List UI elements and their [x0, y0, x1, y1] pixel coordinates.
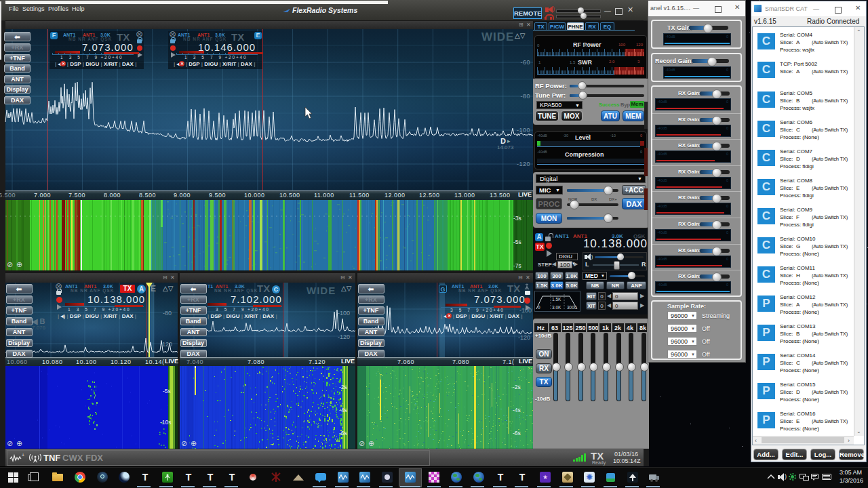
- svg-text:+: +: [22, 453, 24, 458]
